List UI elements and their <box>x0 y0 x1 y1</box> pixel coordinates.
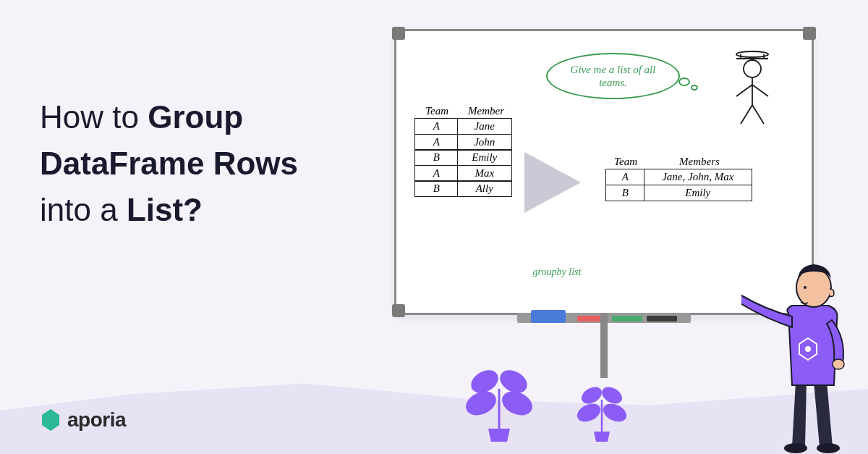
background-wave <box>0 345 868 454</box>
svg-line-10 <box>752 85 768 96</box>
frame-corner <box>392 27 405 40</box>
person-illustration <box>741 237 868 454</box>
plant-illustration <box>459 349 539 443</box>
marker-icon <box>612 316 642 321</box>
whiteboard-stand <box>600 313 608 378</box>
eraser-icon <box>531 310 566 323</box>
svg-point-13 <box>784 443 807 453</box>
svg-point-27 <box>600 400 629 425</box>
table-cell: Emily <box>457 149 512 166</box>
svg-point-14 <box>817 443 840 453</box>
table-row: A Jane <box>415 119 514 135</box>
output-table: Team Members A Jane, John, Max B Emily <box>606 156 754 201</box>
title-part-1: How to <box>40 99 148 135</box>
svg-point-26 <box>574 400 603 425</box>
table-cell: Jane <box>457 118 512 135</box>
table-cell: A <box>414 134 458 151</box>
table-cell: B <box>414 149 458 166</box>
table-cell: A <box>414 165 458 182</box>
funnel-label: groupby list <box>532 266 582 277</box>
table-cell: Emily <box>644 185 752 201</box>
frame-corner <box>392 304 405 317</box>
table-cell: John <box>457 134 512 151</box>
title-bold-3: List? <box>127 192 203 227</box>
table-row: A Jane, John, Max <box>606 169 754 185</box>
table-row: A Max <box>415 166 514 182</box>
page-title: How to Group DataFrame Rows into a List? <box>40 94 298 232</box>
svg-point-24 <box>579 384 605 407</box>
table-cell: Max <box>457 165 512 182</box>
svg-point-7 <box>744 60 761 77</box>
plant-illustration <box>571 371 633 443</box>
svg-point-1 <box>679 78 689 85</box>
table-header: Member <box>459 105 514 117</box>
speech-bubble-tail <box>678 76 700 91</box>
table-cell: A <box>414 118 458 135</box>
table-cell: A <box>605 169 644 185</box>
table-cell: B <box>414 180 458 197</box>
table-cell: B <box>605 185 644 201</box>
svg-line-9 <box>736 85 752 96</box>
table-row: B Ally <box>415 181 514 197</box>
speech-text: Give me a list of all teams. <box>558 63 668 89</box>
aporia-logo-icon <box>40 408 61 432</box>
svg-point-16 <box>833 359 844 369</box>
input-table: Team Member A Jane A John B Emily A Ma <box>415 105 514 197</box>
svg-point-2 <box>692 85 697 90</box>
marker-icon <box>647 316 677 321</box>
title-bold-2: DataFrame Rows <box>40 146 298 181</box>
brand-logo: aporia <box>40 408 126 432</box>
speech-bubble: Give me a list of all teams. <box>546 53 680 99</box>
svg-point-25 <box>599 384 625 407</box>
table-header: Team <box>415 105 459 117</box>
table-row: B Emily <box>415 150 514 166</box>
table-header: Members <box>645 156 754 168</box>
svg-point-0 <box>48 418 54 424</box>
title-bold-1: Group <box>148 99 243 135</box>
svg-point-17 <box>805 346 811 352</box>
svg-line-12 <box>752 105 764 124</box>
table-row: A John <box>415 135 514 151</box>
table-header: Team <box>606 156 645 168</box>
funnel-icon: groupby list <box>524 152 581 213</box>
logo-text: aporia <box>67 408 126 432</box>
svg-line-11 <box>741 105 752 124</box>
title-part-3: into a <box>40 192 127 227</box>
frame-corner <box>803 27 816 40</box>
table-cell: Ally <box>457 180 512 197</box>
stickman-icon <box>723 49 781 128</box>
table-cell: Jane, John, Max <box>644 169 752 185</box>
svg-point-19 <box>804 286 807 289</box>
table-row: B Emily <box>606 185 754 201</box>
